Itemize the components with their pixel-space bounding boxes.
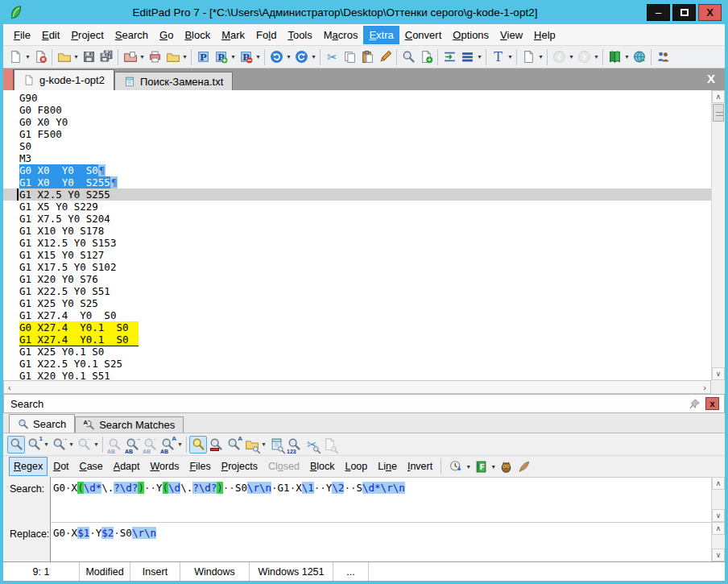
find-previous-dropdown[interactable]: ▾ <box>93 441 100 448</box>
find-next-button[interactable]: → <box>50 436 68 454</box>
replace-input-scrollbar[interactable]: ∧ ∨ <box>711 522 725 561</box>
replace-next-button[interactable]: AB→ <box>123 436 141 454</box>
file-type-dropdown[interactable]: ▾ <box>537 53 544 60</box>
option-block[interactable]: Block <box>305 457 340 476</box>
menu-help[interactable]: Help <box>528 26 561 44</box>
open-file-button[interactable] <box>55 48 72 66</box>
editor-line[interactable]: G0 X0 Y0 <box>3 116 711 128</box>
editor-line[interactable]: G1 X2.5 Y0 S255 <box>3 188 711 201</box>
regexmagic-button[interactable] <box>515 458 532 475</box>
replace-previous-button[interactable]: AB← <box>141 436 159 454</box>
validate-button[interactable] <box>417 48 435 66</box>
wrap-button[interactable] <box>441 48 458 66</box>
editor[interactable]: G90G0 F800G0 X0 Y0G1 F500S0M3G0 X0 Y0 S0… <box>3 90 725 380</box>
find-single-button[interactable]: 1 <box>25 436 43 454</box>
scrollbar-track[interactable] <box>712 122 725 367</box>
option-adapt[interactable]: Adapt <box>109 457 145 476</box>
font-dropdown[interactable]: ▾ <box>507 53 514 60</box>
new-file-button[interactable] <box>6 48 24 66</box>
editor-line[interactable]: G1 X25 Y0 S25 <box>3 297 711 309</box>
option-invert[interactable]: Invert <box>403 457 437 476</box>
editor-line[interactable]: G1 X20 Y0 S76 <box>3 273 711 285</box>
editor-line[interactable]: S0 <box>3 140 711 152</box>
edit-button[interactable] <box>376 48 394 66</box>
scroll-down-icon[interactable]: ∨ <box>712 367 725 380</box>
search-panel-tab-1[interactable]: ASearch Matches <box>75 416 184 433</box>
search-input-scrollbar[interactable]: ∧ ∨ <box>711 477 725 522</box>
project-folder-dropdown[interactable]: ▾ <box>181 53 188 60</box>
list-matches-button[interactable]: A <box>225 436 242 454</box>
menu-view[interactable]: View <box>494 26 528 44</box>
editor-horizontal-scrollbar[interactable]: ‹ › <box>3 380 711 394</box>
save-button[interactable] <box>80 48 97 66</box>
editor-line[interactable]: G0 X27.4 Y0.1 S0 <box>3 321 711 333</box>
save-all-button[interactable] <box>97 48 115 66</box>
editor-line[interactable]: G1 X27.4 Y0 S0 <box>3 309 711 321</box>
menu-file[interactable]: File <box>8 26 36 44</box>
help-dropdown[interactable]: ▾ <box>623 53 631 60</box>
cut-matches-button[interactable] <box>303 436 321 454</box>
replace-input[interactable]: G0·X$1·Y$2·S0\r\n <box>50 522 711 561</box>
forward-dropdown[interactable]: ▾ <box>593 53 600 60</box>
search-folder-button[interactable] <box>242 436 260 454</box>
help-book-button[interactable] <box>606 48 623 66</box>
back-button[interactable] <box>550 48 568 66</box>
project-folder-button[interactable] <box>163 48 181 66</box>
option-files[interactable]: Files <box>184 457 215 476</box>
paste-button[interactable] <box>358 48 376 66</box>
highlight-matches-button[interactable] <box>189 436 207 454</box>
copy-button[interactable] <box>341 48 358 66</box>
menu-project[interactable]: Project <box>65 26 109 44</box>
redo-dropdown[interactable]: ▾ <box>310 53 317 60</box>
recent-searches-button[interactable] <box>447 458 465 475</box>
spin-up-icon[interactable]: ∧ <box>712 522 725 535</box>
mark-matches-button[interactable] <box>207 436 225 454</box>
users-button[interactable] <box>654 48 672 66</box>
menu-search[interactable]: Search <box>110 26 154 44</box>
scroll-left-icon[interactable]: ‹ <box>8 383 11 392</box>
option-loop[interactable]: Loop <box>340 457 372 476</box>
option-regex[interactable]: Regex <box>9 457 48 476</box>
editor-line[interactable]: M3 <box>3 152 711 164</box>
scroll-right-icon[interactable]: › <box>703 383 706 392</box>
new-file-dropdown[interactable]: ▾ <box>24 53 31 60</box>
font-button[interactable] <box>489 48 507 66</box>
menu-edit[interactable]: Edit <box>36 26 65 44</box>
undo-dropdown[interactable]: ▾ <box>285 53 292 60</box>
scrollbar-thumb[interactable] <box>713 104 724 122</box>
close-button[interactable]: X <box>698 4 722 21</box>
editor-line[interactable]: G90 <box>3 92 711 104</box>
block-button[interactable] <box>458 48 476 66</box>
block-dropdown[interactable]: ▾ <box>476 53 483 60</box>
editor-line[interactable]: G1 X12.5 Y0 S153 <box>3 237 711 249</box>
menu-macros[interactable]: Macros <box>318 26 364 44</box>
editor-line[interactable]: G1 X22.5 Y0.1 S25 <box>3 358 711 370</box>
back-dropdown[interactable]: ▾ <box>568 53 575 60</box>
editor-line[interactable]: G0 F800 <box>3 104 711 116</box>
editor-line[interactable]: G1 X27.4 Y0.1 S0 <box>3 333 711 346</box>
find-next-dropdown[interactable]: ▾ <box>68 441 75 448</box>
document-tab-1[interactable]: Поиск-Замена.txt <box>114 72 233 90</box>
search-file-button[interactable] <box>267 436 285 454</box>
print-button[interactable] <box>146 48 163 66</box>
document-tab-0[interactable]: g-kode-1-opt2 <box>14 69 114 90</box>
search-toolbar-button[interactable] <box>399 48 417 66</box>
scroll-up-icon[interactable]: ∧ <box>712 90 725 103</box>
preview-button[interactable] <box>321 436 338 454</box>
spin-down-icon[interactable]: ∨ <box>712 509 725 522</box>
editor-line[interactable]: G1 X0 Y0 S255¶ <box>3 176 711 188</box>
menu-mark[interactable]: Mark <box>216 26 250 44</box>
tab-bar-close-icon[interactable]: X <box>707 72 715 85</box>
count-matches-button[interactable]: 123 <box>285 436 303 454</box>
option-words[interactable]: Words <box>145 457 184 476</box>
open-file-dropdown[interactable]: ▾ <box>72 53 80 60</box>
menu-go[interactable]: Go <box>154 26 179 44</box>
favorites-dropdown[interactable]: ▾ <box>490 463 497 470</box>
menu-block[interactable]: Block <box>179 26 216 44</box>
title-bar[interactable]: EditPad Pro 7 - [*C:\Users\Администратор… <box>3 0 725 24</box>
replace-button[interactable]: AB <box>105 436 123 454</box>
find-previous-button[interactable]: ← <box>75 436 93 454</box>
option-dot[interactable]: Dot <box>48 457 73 476</box>
search-folder-dropdown[interactable]: ▾ <box>260 441 267 448</box>
remove-from-project-button[interactable] <box>237 48 254 66</box>
